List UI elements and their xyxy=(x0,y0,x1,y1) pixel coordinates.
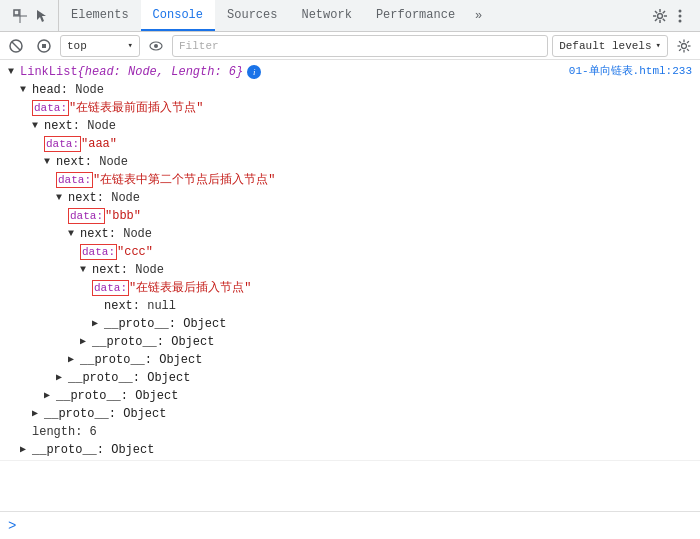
data-line-5: data: "ccc" xyxy=(4,243,569,261)
svg-line-12 xyxy=(655,18,657,20)
svg-line-11 xyxy=(663,11,665,13)
proto-line-3[interactable]: __proto__: Object xyxy=(4,387,569,405)
proto-triangle-4[interactable] xyxy=(56,369,68,387)
svg-point-13 xyxy=(679,9,682,12)
console-input-bar[interactable]: > xyxy=(0,511,700,539)
eye-button[interactable] xyxy=(144,35,168,57)
tab-list: Elements Console Sources Network Perform… xyxy=(59,0,467,31)
svg-line-30 xyxy=(679,49,681,51)
data-line-4: data: "bbb" xyxy=(4,207,569,225)
proto-triangle-3[interactable] xyxy=(44,387,56,405)
svg-line-9 xyxy=(655,11,657,13)
context-selector[interactable]: top ▾ xyxy=(60,35,140,57)
tab-more-button[interactable]: » xyxy=(467,9,490,23)
console-toolbar: top ▾ Filter Default levels ▾ xyxy=(0,32,700,60)
next-node-line-5[interactable]: next: Node xyxy=(4,261,569,279)
proto-line-1[interactable]: __proto__: Object xyxy=(4,441,569,459)
filter-input[interactable]: Filter xyxy=(172,35,548,57)
svg-point-22 xyxy=(682,43,687,48)
proto-line-7[interactable]: __proto__: Object xyxy=(4,315,569,333)
inspect-icon[interactable] xyxy=(12,8,28,24)
proto-triangle-6[interactable] xyxy=(80,333,92,351)
svg-rect-19 xyxy=(42,44,46,48)
info-icon[interactable]: i xyxy=(247,65,261,79)
next-triangle-1[interactable] xyxy=(32,117,44,135)
proto-line-2[interactable]: __proto__: Object xyxy=(4,405,569,423)
tab-performance[interactable]: Performance xyxy=(364,0,467,31)
proto-triangle-2[interactable] xyxy=(32,405,44,423)
settings-icon[interactable] xyxy=(652,8,668,24)
next-node-line-1[interactable]: next: Node xyxy=(4,117,569,135)
more-icon[interactable] xyxy=(672,8,688,24)
tab-network[interactable]: Network xyxy=(289,0,363,31)
next-triangle-3[interactable] xyxy=(56,189,68,207)
next-triangle-2[interactable] xyxy=(44,153,56,171)
levels-arrow: ▾ xyxy=(656,40,661,51)
tab-console[interactable]: Console xyxy=(141,0,215,31)
prompt-icon: > xyxy=(8,518,16,534)
next-null-line: next: null xyxy=(4,297,569,315)
log-levels-selector[interactable]: Default levels ▾ xyxy=(552,35,668,57)
root-line[interactable]: LinkList {head: Node, Length: 6} i xyxy=(4,63,569,81)
svg-line-10 xyxy=(663,18,665,20)
tree-root: LinkList {head: Node, Length: 6} i head:… xyxy=(0,63,569,459)
log-row-root: LinkList {head: Node, Length: 6} i head:… xyxy=(0,62,700,461)
data-line-1: data: "在链表最前面插入节点" xyxy=(4,99,569,117)
next-node-line-4[interactable]: next: Node xyxy=(4,225,569,243)
proto-triangle-5[interactable] xyxy=(68,351,80,369)
console-output: LinkList {head: Node, Length: 6} i head:… xyxy=(0,60,700,511)
svg-point-21 xyxy=(154,44,158,48)
tab-bar: Elements Console Sources Network Perform… xyxy=(0,0,700,32)
head-node-line[interactable]: head: Node xyxy=(4,81,569,99)
next-triangle-5[interactable] xyxy=(80,261,92,279)
proto-line-4[interactable]: __proto__: Object xyxy=(4,369,569,387)
devtools-icons xyxy=(4,0,59,31)
head-triangle[interactable] xyxy=(20,81,32,99)
next-triangle-4[interactable] xyxy=(68,225,80,243)
proto-line-5[interactable]: __proto__: Object xyxy=(4,351,569,369)
svg-line-28 xyxy=(687,49,689,51)
console-settings-button[interactable] xyxy=(672,35,696,57)
svg-line-29 xyxy=(687,41,689,43)
log-source[interactable]: 01-单向链表.html:233 xyxy=(569,63,700,78)
data-line-6: data: "在链表最后插入节点" xyxy=(4,279,569,297)
data-line-2: data: "aaa" xyxy=(4,135,569,153)
svg-line-27 xyxy=(679,41,681,43)
svg-marker-3 xyxy=(37,10,46,22)
svg-line-17 xyxy=(12,42,20,50)
proto-line-6[interactable]: __proto__: Object xyxy=(4,333,569,351)
next-node-line-2[interactable]: next: Node xyxy=(4,153,569,171)
data-line-3: data: "在链表中第二个节点后插入节点" xyxy=(4,171,569,189)
context-arrow: ▾ xyxy=(128,40,133,51)
tab-right-icons xyxy=(644,8,696,24)
svg-point-4 xyxy=(658,13,663,18)
proto-triangle-1[interactable] xyxy=(20,441,32,459)
length-line: length: 6 xyxy=(4,423,569,441)
cursor-icon[interactable] xyxy=(34,8,50,24)
tab-elements[interactable]: Elements xyxy=(59,0,141,31)
next-node-line-3[interactable]: next: Node xyxy=(4,189,569,207)
proto-triangle-7[interactable] xyxy=(92,315,104,333)
svg-rect-0 xyxy=(14,10,19,15)
svg-point-15 xyxy=(679,19,682,22)
tab-sources[interactable]: Sources xyxy=(215,0,289,31)
stop-button[interactable] xyxy=(32,35,56,57)
clear-console-button[interactable] xyxy=(4,35,28,57)
root-triangle[interactable] xyxy=(8,63,20,81)
svg-point-14 xyxy=(679,14,682,17)
